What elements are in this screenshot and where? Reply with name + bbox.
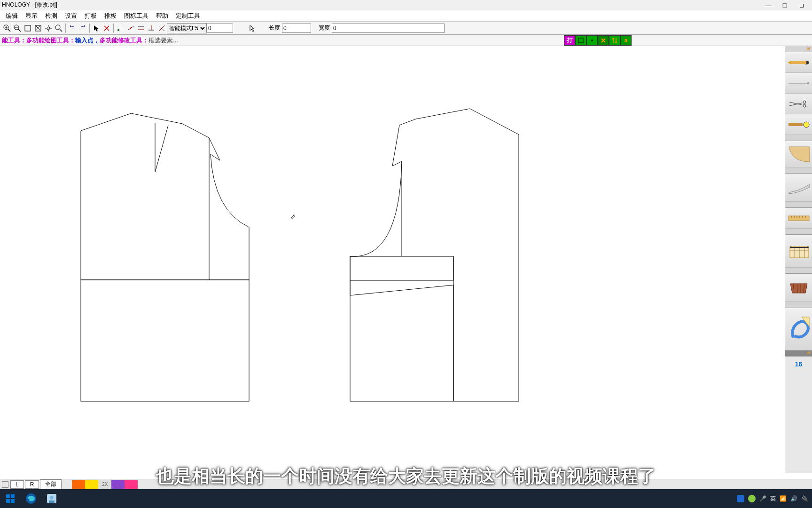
arrow-tool-icon[interactable] — [247, 23, 258, 33]
drawing-canvas[interactable]: ⬀ — [0, 46, 785, 473]
svg-rect-66 — [11, 494, 15, 498]
maximize-button[interactable]: □ — [776, 0, 793, 10]
menubar: 编辑 显示 检测 设置 打板 推板 图标工具 帮助 定制工具 — [0, 10, 812, 22]
mode-btn-1[interactable]: 打 — [564, 35, 575, 46]
minimize-button[interactable]: — — [759, 0, 776, 10]
mode-select[interactable]: 智能模式F5 — [167, 23, 207, 33]
palette-tab-4[interactable] — [785, 202, 812, 208]
menu-custom[interactable]: 定制工具 — [172, 11, 204, 21]
menu-grade[interactable]: 推板 — [101, 11, 120, 21]
perpendicular-tool-icon[interactable] — [146, 23, 156, 33]
edge-browser-icon[interactable] — [21, 489, 41, 508]
swatch-orange[interactable] — [72, 480, 85, 489]
video-subtitle: 也是相当长的一个时间没有给大家去更新这个制版的视频课程了 — [156, 464, 656, 488]
length-label: 长度 — [267, 24, 282, 32]
needle-tool-icon[interactable] — [785, 73, 812, 94]
palette-tab[interactable]: et — [785, 46, 812, 52]
parallel-tool-icon[interactable] — [136, 23, 146, 33]
ime-indicator[interactable]: 英 — [770, 495, 776, 503]
palette-tab-5[interactable] — [785, 229, 812, 235]
palette-tab-2[interactable] — [785, 135, 812, 141]
cross-tool-icon[interactable] — [156, 23, 167, 33]
menu-edit[interactable]: 编辑 — [2, 11, 22, 21]
scissors-tool-icon[interactable] — [785, 94, 812, 114]
palette-tab-3[interactable] — [785, 167, 812, 174]
tool-palette: et et 16 — [785, 46, 812, 473]
redo-icon[interactable] — [78, 23, 88, 33]
menu-check[interactable]: 检测 — [41, 11, 61, 21]
tray-icon-1[interactable] — [737, 495, 744, 502]
mode-buttons: 打 a — [564, 35, 632, 46]
svg-point-44 — [803, 104, 806, 107]
toolbar-hint: 能工具： 多功能绘图工具： 输入点， 多功能修改工具： 框选要素... 打 a — [0, 35, 812, 46]
swatch-purple[interactable] — [111, 480, 125, 489]
hint-text-3: 框选要素... — [148, 36, 178, 45]
mode-btn-2[interactable] — [575, 35, 586, 46]
french-curve-tool-icon[interactable] — [785, 174, 812, 202]
menu-icon-tools[interactable]: 图标工具 — [120, 11, 152, 21]
mode-btn-5[interactable] — [609, 35, 620, 46]
svg-point-29 — [591, 40, 593, 41]
svg-rect-47 — [789, 216, 809, 221]
width-input[interactable] — [332, 24, 445, 33]
close-button[interactable]: 🗆 — [793, 0, 810, 10]
menu-settings[interactable]: 设置 — [61, 11, 81, 21]
swatch-size[interactable]: 2X — [98, 480, 111, 489]
select-icon[interactable] — [102, 23, 112, 33]
zoom-out-icon[interactable] — [12, 23, 23, 33]
status-box-icon[interactable] — [2, 481, 8, 488]
basket-tool-icon[interactable] — [785, 274, 812, 302]
all-button[interactable]: 全部 — [40, 479, 62, 489]
pointer-icon[interactable] — [91, 23, 102, 33]
app-icon[interactable] — [41, 489, 62, 508]
zoom-extents-icon[interactable] — [54, 23, 64, 33]
ruler-curve-tool-icon[interactable] — [785, 141, 812, 167]
content-area: ⬀ et et 16 — [0, 46, 812, 473]
svg-rect-72 — [49, 500, 55, 503]
zoom-fit-icon[interactable] — [33, 23, 43, 33]
tape-measure-tool-icon[interactable] — [785, 308, 812, 350]
separator — [113, 24, 114, 33]
zoom-window-icon[interactable] — [23, 23, 33, 33]
measure-tool-icon[interactable] — [785, 235, 812, 268]
mode-value-input[interactable] — [207, 24, 233, 33]
pin-tool-icon[interactable] — [785, 114, 812, 135]
hint-text-2: 多功能修改工具： — [100, 36, 148, 45]
palette-tab-7[interactable] — [785, 302, 812, 308]
point-tool-icon[interactable] — [115, 23, 125, 33]
r-button[interactable]: R — [25, 480, 39, 489]
tray-icon-2[interactable] — [748, 495, 756, 502]
mode-btn-4[interactable] — [598, 35, 609, 46]
mode-btn-6[interactable]: a — [620, 35, 632, 46]
wifi-icon[interactable]: 📶 — [780, 495, 787, 502]
length-input[interactable] — [282, 24, 311, 33]
palette-tab-8[interactable]: et — [785, 350, 812, 357]
svg-point-60 — [807, 246, 809, 248]
svg-point-11 — [47, 27, 50, 30]
line-tool-icon[interactable] — [125, 23, 136, 33]
l-button[interactable]: L — [10, 480, 24, 489]
svg-point-16 — [55, 25, 60, 30]
swatch-pink[interactable] — [125, 480, 138, 489]
start-button[interactable] — [0, 489, 21, 508]
swatch-yellow[interactable] — [85, 480, 98, 489]
zoom-in-icon[interactable] — [2, 23, 12, 33]
zoom-pan-icon[interactable] — [43, 23, 54, 33]
undo-icon[interactable] — [67, 23, 78, 33]
width-label: 宽度 — [317, 24, 332, 32]
microphone-icon[interactable]: 🎤 — [759, 495, 766, 502]
svg-line-21 — [130, 27, 132, 29]
mode-btn-3[interactable] — [586, 35, 598, 46]
battery-icon[interactable]: 🔌 — [801, 495, 808, 502]
svg-rect-28 — [578, 38, 583, 43]
palette-tab-6[interactable] — [785, 268, 812, 274]
menu-help[interactable]: 帮助 — [152, 11, 172, 21]
pencil-tool-icon[interactable] — [785, 52, 812, 73]
ruler-tool-icon[interactable] — [785, 208, 812, 229]
menu-view[interactable]: 显示 — [22, 11, 41, 21]
svg-rect-7 — [25, 25, 31, 31]
svg-point-71 — [50, 496, 54, 500]
taskbar: 🎤 英 📶 🔊 🔌 — [0, 489, 812, 508]
menu-pattern[interactable]: 打板 — [81, 11, 101, 21]
volume-icon[interactable]: 🔊 — [790, 495, 797, 502]
